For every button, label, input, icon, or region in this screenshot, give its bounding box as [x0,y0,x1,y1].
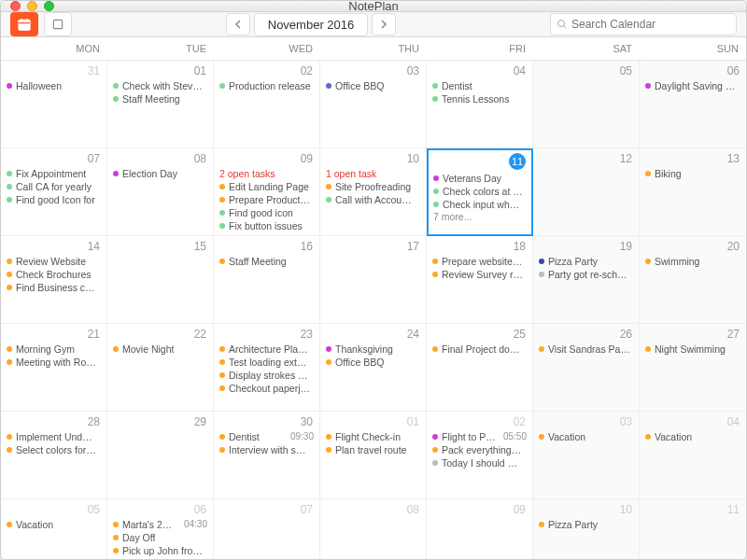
event-item[interactable]: Checkout paperj… [218,382,315,395]
event-item[interactable]: Call CA for yearly [6,180,102,193]
day-cell[interactable]: 22Movie Night [107,324,214,412]
event-item[interactable]: Production release [218,79,315,92]
day-cell[interactable]: 01Check with Stev…Staff Meeting [107,61,214,148]
event-item[interactable]: Interview with s… [218,443,315,456]
day-cell[interactable]: 06Marta's 22n…04:30Day OffPick up John f… [107,499,214,560]
day-cell[interactable]: 16Staff Meeting [214,236,320,324]
event-item[interactable]: Check input wh… [432,198,528,211]
event-item[interactable]: Find good icon [218,206,315,219]
day-cell[interactable]: 12 [533,148,640,236]
day-cell[interactable]: 26Visit Sandras Pa… [533,324,640,412]
day-cell[interactable]: 04DentistTennis Lessons [427,61,533,148]
event-item[interactable]: Staff Meeting [218,255,315,268]
event-item[interactable]: Find Business c… [6,281,102,294]
event-item[interactable]: Edit Landing Page [218,180,315,193]
event-item[interactable]: Check with Stev… [112,79,208,92]
event-item[interactable]: Site Proofreading [325,180,421,193]
event-item[interactable]: Flight Check-in [325,430,421,443]
event-item[interactable]: Party got re-sch… [538,268,634,281]
day-cell[interactable]: 11 [640,499,746,560]
day-cell[interactable]: 27Night Swimming [640,324,746,412]
day-cell[interactable]: 01Flight Check-inPlan travel route [320,412,427,499]
day-cell[interactable]: 07 [214,499,320,560]
event-item[interactable]: Vacation [538,430,634,443]
event-item[interactable]: Prepare website… [431,255,528,268]
event-item[interactable]: Prepare Product… [218,193,315,206]
event-item[interactable]: Flight to Paris05:50 [431,430,528,443]
event-item[interactable]: Display strokes … [218,369,315,382]
day-cell[interactable]: 18Prepare website…Review Survey r… [427,236,533,324]
day-cell[interactable]: 19Pizza PartyParty got re-sch… [533,236,640,324]
event-item[interactable]: Fix Appointment [6,167,102,180]
event-item[interactable]: Office BBQ [325,79,421,92]
event-item[interactable]: Swimming [644,255,741,268]
event-item[interactable]: Thanksgiving [325,343,421,356]
day-cell[interactable]: 03Office BBQ [320,61,427,148]
day-cell[interactable]: 28Implement Und…Select colors for… [1,412,107,499]
event-item[interactable]: Vacation [6,518,102,531]
event-item[interactable]: Marta's 22n…04:30 [112,518,208,531]
event-item[interactable]: Test loading ext… [218,356,315,369]
day-cell[interactable]: 02Production release [214,61,320,148]
day-cell[interactable]: 05 [533,61,640,148]
day-cell[interactable]: 17 [320,236,427,324]
search-input[interactable] [571,18,730,31]
day-cell[interactable]: 08 [320,499,427,560]
day-cell[interactable]: 09 [427,499,533,560]
day-cell[interactable]: 30Dentist09:30Interview with s… [214,412,320,499]
event-item[interactable]: Call with Accou… [325,193,421,206]
event-item[interactable]: Pizza Party [538,255,634,268]
event-item[interactable]: Staff Meeting [112,92,208,105]
day-cell[interactable]: 03Vacation [533,412,640,499]
event-item[interactable]: Daylight Saving … [644,79,741,92]
event-item[interactable]: Meeting with Ro… [6,356,102,369]
event-item[interactable]: Movie Night [112,343,208,356]
event-item[interactable]: Office BBQ [325,356,421,369]
event-item[interactable]: Vacation [644,430,741,443]
day-cell[interactable]: 101 open taskSite ProofreadingCall with … [320,148,427,236]
event-item[interactable]: Morning Gym [6,343,102,356]
event-item[interactable]: Halloween [6,79,102,92]
notes-view-button[interactable] [44,12,72,36]
event-item[interactable]: Implement Und… [6,430,102,443]
event-item[interactable]: Pick up John fro… [112,544,208,557]
event-item[interactable]: Architecture Pla… [218,343,315,356]
event-item[interactable]: Pizza Party [538,518,634,531]
search-field[interactable] [550,13,737,35]
event-item[interactable]: Tennis Lessons [431,92,528,105]
day-cell[interactable]: 092 open tasksEdit Landing PagePrepare P… [214,148,320,236]
event-item[interactable]: Biking [644,167,741,180]
prev-month-button[interactable] [226,13,250,35]
more-events-label[interactable]: 7 more... [432,211,528,222]
event-item[interactable]: Today I should … [431,456,528,469]
event-item[interactable]: Plan travel route [325,443,421,456]
event-item[interactable]: Select colors for… [6,443,102,456]
day-cell[interactable]: 06Daylight Saving … [640,61,746,148]
event-item[interactable]: Day Off [112,531,208,544]
event-item[interactable]: Review Survey r… [431,268,528,281]
event-item[interactable]: Check colors at … [432,185,528,198]
day-cell[interactable]: 08Election Day [107,148,214,236]
calendar-view-button[interactable] [10,12,38,36]
event-item[interactable]: Final Project do… [431,343,528,356]
event-item[interactable]: Review Website [6,255,102,268]
event-item[interactable]: Night Swimming [644,343,741,356]
day-cell[interactable]: 05Vacation [1,499,107,560]
event-item[interactable]: Pack everything… [431,443,528,456]
event-item[interactable]: Fix button issues [218,219,315,232]
event-item[interactable]: Visit Sandras Pa… [538,343,634,356]
day-cell[interactable]: 13Biking [640,148,746,236]
event-item[interactable]: Dentist09:30 [218,430,315,443]
day-cell[interactable]: 29 [107,412,214,499]
event-item[interactable]: Check Brochures [6,268,102,281]
day-cell[interactable]: 07Fix AppointmentCall CA for yearlyFind … [1,148,107,236]
day-cell[interactable]: 02Flight to Paris05:50Pack everything…To… [427,412,533,499]
event-item[interactable]: Dentist [431,79,528,92]
day-cell[interactable]: 31Halloween [1,61,107,148]
day-cell[interactable]: 10Pizza Party [533,499,640,560]
event-item[interactable]: Veterans Day [432,172,528,185]
month-label[interactable]: November 2016 [254,13,369,36]
day-cell[interactable]: 11Veterans DayCheck colors at …Check inp… [427,148,533,236]
event-item[interactable]: Find good Icon for [6,193,102,206]
day-cell[interactable]: 23Architecture Pla…Test loading ext…Disp… [214,324,320,412]
